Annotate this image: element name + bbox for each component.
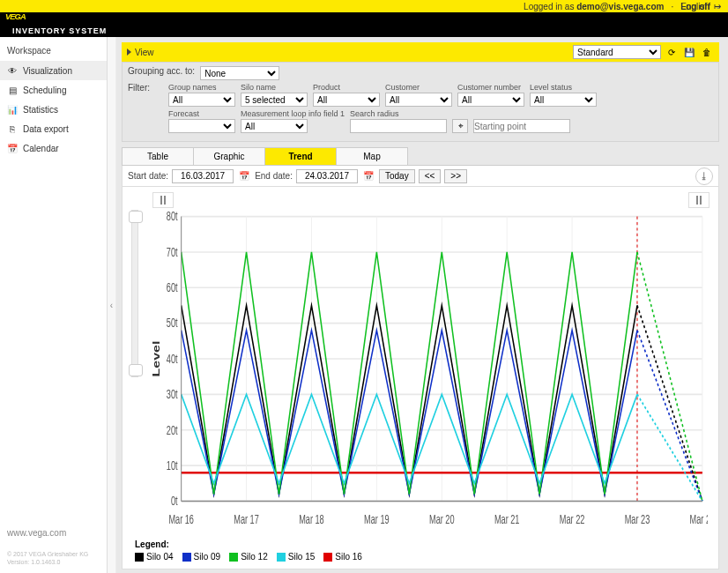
calendar-icon[interactable]: 📅 [237, 171, 251, 181]
legend-swatch [182, 553, 191, 562]
end-date-input[interactable] [296, 169, 358, 183]
end-date-label: End date: [255, 171, 293, 181]
legend-item: Silo 09 [182, 552, 221, 562]
eye-icon: 👁 [7, 65, 18, 76]
sidebar: Workspace 👁Visualization▤Scheduling📊Stat… [0, 37, 108, 573]
tab-graphic[interactable]: Graphic [193, 147, 265, 165]
legend-item: Silo 12 [229, 552, 268, 562]
starting-point-input[interactable] [473, 119, 570, 133]
search-radius-input[interactable] [350, 119, 447, 133]
customer-select[interactable]: All [385, 93, 452, 107]
chevron-left-icon: ‹ [110, 301, 113, 310]
svg-text:80t: 80t [167, 209, 178, 224]
calendar-lines-icon: ▤ [7, 85, 18, 95]
search-radius-label: Search radius [350, 109, 447, 118]
separator: · [671, 2, 673, 11]
next-range-button[interactable]: >> [444, 169, 467, 183]
level-status-select[interactable]: All [530, 93, 597, 107]
svg-text:VEGA: VEGA [5, 12, 26, 21]
svg-text:Mar 19: Mar 19 [364, 512, 390, 527]
logoff-icon: ↦ [714, 2, 721, 11]
workspace-title: Workspace [0, 37, 107, 61]
vega-logo: VEGA [5, 0, 104, 25]
svg-text:20t: 20t [167, 422, 178, 437]
sidebar-item-scheduling[interactable]: ▤Scheduling [0, 80, 107, 100]
svg-text:50t: 50t [167, 316, 178, 331]
pause-left-handle[interactable] [152, 192, 174, 208]
logged-in-text: Logged in as demo@vis.vega.com [524, 2, 664, 11]
date-bar: Start date: 📅 End date: 📅 Today << >> ⭳ [122, 166, 719, 187]
customer-number-label: Customer number [457, 83, 524, 92]
forecast-label: Forecast [168, 109, 235, 118]
export-icon: ⎘ [7, 123, 18, 134]
filter-label: Filter: [128, 83, 163, 107]
save-icon[interactable]: 💾 [682, 45, 696, 59]
svg-text:Mar 18: Mar 18 [299, 512, 324, 527]
tab-table[interactable]: Table [122, 147, 194, 165]
logoff-area[interactable]: Log off ↦ [680, 0, 721, 12]
sidebar-item-label: Visualization [23, 66, 72, 76]
locate-icon[interactable]: ⌖ [452, 119, 468, 133]
chart-legend: Legend: Silo 04Silo 09Silo 12Silo 15Silo… [126, 536, 715, 567]
trend-chart: 0t10t20t30t40t50t60t70t80tMar 16Mar 17Ma… [151, 208, 708, 532]
product-label: Product [313, 83, 380, 92]
svg-text:Mar 20: Mar 20 [429, 512, 455, 527]
customer-label: Customer [385, 83, 452, 92]
prev-range-button[interactable]: << [419, 169, 442, 183]
view-preset-select[interactable]: Standard [573, 45, 661, 59]
legend-swatch [277, 553, 286, 562]
svg-rect-1 [74, 4, 104, 5]
svg-text:Mar 24: Mar 24 [690, 512, 708, 527]
svg-text:Mar 21: Mar 21 [494, 512, 520, 527]
refresh-icon[interactable]: ⟳ [665, 45, 679, 59]
group-names-label: Group names [168, 83, 235, 92]
svg-text:Mar 16: Mar 16 [168, 512, 194, 527]
calendar-icon: 📅 [7, 143, 18, 153]
start-date-label: Start date: [128, 171, 168, 181]
svg-text:60t: 60t [167, 280, 178, 295]
svg-text:30t: 30t [167, 387, 178, 402]
sidebar-item-label: Scheduling [23, 86, 66, 95]
delete-icon[interactable]: 🗑 [700, 45, 714, 59]
filter-panel: Grouping acc. to: None Filter: Group nam… [122, 62, 719, 142]
y-axis-slider[interactable] [131, 210, 138, 377]
meas-loop-select[interactable]: All [241, 119, 308, 133]
svg-text:Mar 17: Mar 17 [234, 512, 259, 527]
group-names-select[interactable]: All [168, 93, 235, 107]
legend-item: Silo 16 [323, 552, 362, 562]
meas-loop-label: Measurement loop info field 1 [241, 109, 345, 118]
sidebar-collapse-handle[interactable]: ‹ [108, 37, 116, 573]
calendar-icon[interactable]: 📅 [361, 171, 375, 181]
pause-right-handle[interactable] [688, 192, 709, 208]
legend-title: Legend: [135, 540, 169, 549]
vega-link[interactable]: www.vega.com [7, 528, 66, 538]
view-label: View [135, 48, 569, 57]
grouping-select[interactable]: None [200, 66, 279, 80]
tab-trend[interactable]: Trend [264, 147, 337, 165]
bar-chart-icon: 📊 [7, 104, 18, 115]
brand-bar: VEGA Log off ↦ INVENTORY SYSTEM [0, 12, 728, 37]
chart-container: 0t10t20t30t40t50t60t70t80tMar 16Mar 17Ma… [122, 187, 719, 569]
sidebar-item-calendar[interactable]: 📅Calendar [0, 138, 107, 158]
today-button[interactable]: Today [379, 169, 415, 183]
tab-map[interactable]: Map [336, 147, 408, 165]
download-button[interactable]: ⭳ [695, 167, 713, 185]
svg-text:Level: Level [152, 341, 161, 377]
sidebar-item-data-export[interactable]: ⎘Data export [0, 119, 107, 138]
legend-swatch [323, 553, 332, 562]
legend-swatch [229, 553, 238, 562]
copyright: © 2017 VEGA Grieshaber KG Version: 1.0.1… [7, 550, 100, 566]
sidebar-item-label: Statistics [23, 105, 58, 115]
legend-swatch [135, 553, 144, 562]
silo-name-select[interactable]: 5 selected [241, 93, 308, 107]
forecast-select[interactable] [168, 119, 235, 133]
triangle-right-icon[interactable] [127, 48, 131, 56]
user-status-bar: Logged in as demo@vis.vega.com · English… [0, 0, 728, 12]
sidebar-item-statistics[interactable]: 📊Statistics [0, 100, 107, 119]
customer-number-select[interactable]: All [457, 93, 524, 107]
product-select[interactable]: All [313, 93, 380, 107]
view-tabs: TableGraphicTrendMap [122, 147, 719, 166]
sidebar-item-visualization[interactable]: 👁Visualization [0, 61, 107, 80]
svg-text:Mar 23: Mar 23 [625, 512, 650, 527]
start-date-input[interactable] [172, 169, 234, 183]
